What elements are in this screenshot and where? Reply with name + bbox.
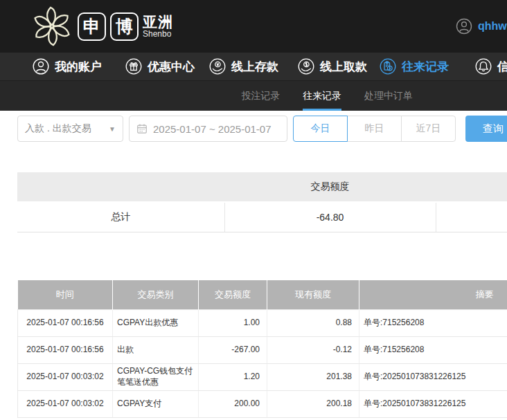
table-row: 2025-01-07 00:03:02 CGPAY-CG钱包支付笔笔送优惠 1.… bbox=[18, 364, 507, 391]
records-clipboard-icon bbox=[380, 58, 396, 75]
nav-label: 信息 bbox=[497, 59, 507, 75]
logo-flower-icon bbox=[30, 5, 73, 48]
deposit-coin-icon bbox=[209, 58, 226, 75]
chevron-down-icon: ▼ bbox=[109, 125, 116, 133]
cell-amount: 1.20 bbox=[199, 364, 267, 391]
logo-region-label: 亚洲 bbox=[143, 15, 173, 30]
col-balance: 现有额度 bbox=[267, 280, 359, 310]
records-table: 时间 交易类别 交易额度 现有额度 摘要 2025-01-07 00:16:56… bbox=[17, 280, 507, 418]
nav-item-my-account[interactable]: 我的账户 bbox=[33, 53, 102, 80]
summary-header-row: 交易额度 bbox=[17, 172, 507, 202]
logo-wordmark: 亚洲 Shenbo bbox=[143, 15, 173, 39]
yesterday-button[interactable]: 昨日 bbox=[347, 116, 402, 142]
today-button[interactable]: 今日 bbox=[293, 116, 348, 142]
gift-icon bbox=[125, 58, 142, 75]
logo-subtitle: Shenbo bbox=[143, 30, 173, 39]
cell-balance: 200.18 bbox=[267, 391, 359, 418]
cell-amount: 1.00 bbox=[199, 310, 267, 337]
transaction-type-value: 入款 . 出款交易 bbox=[25, 122, 91, 135]
transaction-records-page: 申 博 亚洲 Shenbo qhhw 我的账户 bbox=[0, 0, 507, 420]
cell-type: CGPAY-CG钱包支付笔笔送优惠 bbox=[113, 364, 199, 391]
records-header-row: 时间 交易类别 交易额度 现有额度 摘要 bbox=[18, 280, 507, 310]
logo[interactable]: 申 博 亚洲 Shenbo bbox=[30, 5, 173, 48]
user-avatar-icon bbox=[456, 18, 472, 35]
tab-processing-orders[interactable]: 处理中订单 bbox=[364, 81, 413, 111]
nav-item-withdraw[interactable]: 线上取款 bbox=[298, 53, 367, 80]
cell-balance: 0.88 bbox=[267, 310, 359, 337]
nav-label: 我的账户 bbox=[55, 59, 102, 75]
tab-label: 往来记录 bbox=[303, 90, 341, 102]
table-row: 2025-01-07 00:16:56 出款 -267.00 -0.12 单号:… bbox=[18, 337, 507, 364]
cell-time: 2025-01-07 00:03:02 bbox=[18, 391, 113, 418]
summary-total-label: 总计 bbox=[17, 202, 224, 232]
calendar-icon bbox=[136, 123, 148, 134]
col-time: 时间 bbox=[18, 280, 113, 310]
filter-row: 入款 . 出款交易 ▼ 2025-01-07 ~ 2025-01-07 今日 昨… bbox=[0, 116, 507, 142]
tab-label: 处理中订单 bbox=[364, 90, 413, 102]
nav-label: 线上取款 bbox=[320, 59, 367, 75]
col-type: 交易类别 bbox=[113, 280, 199, 310]
logo-char-bo: 博 bbox=[110, 12, 139, 41]
date-range-input[interactable]: 2025-01-07 ~ 2025-01-07 bbox=[129, 116, 287, 142]
user-icon bbox=[33, 58, 49, 75]
col-summary: 摘要 bbox=[359, 280, 507, 310]
cell-amount: 200.00 bbox=[199, 391, 267, 418]
summary-total-value: -64.80 bbox=[224, 202, 436, 232]
nav-item-promotions[interactable]: 优惠中心 bbox=[125, 53, 195, 80]
cell-summary: 单号:715256208 bbox=[359, 337, 507, 364]
date-range-value: 2025-01-07 ~ 2025-01-07 bbox=[153, 123, 272, 135]
search-button[interactable]: 查询 bbox=[465, 116, 507, 142]
cell-type: CGPAY出款优惠 bbox=[113, 310, 199, 337]
table-row: 2025-01-07 00:16:56 CGPAY出款优惠 1.00 0.88 … bbox=[18, 310, 507, 337]
cell-time: 2025-01-07 00:03:02 bbox=[18, 364, 113, 391]
nav-label: 线上存款 bbox=[231, 59, 278, 75]
cell-balance: -0.12 bbox=[267, 337, 359, 364]
last7days-button[interactable]: 近7日 bbox=[401, 116, 456, 142]
summary-header-empty bbox=[436, 172, 507, 202]
logo-char-shen: 申 bbox=[78, 12, 106, 41]
nav-item-records[interactable]: 往来记录 bbox=[380, 53, 449, 80]
transaction-type-select[interactable]: 入款 . 出款交易 ▼ bbox=[17, 116, 123, 142]
cell-balance: 201.38 bbox=[267, 364, 359, 391]
summary-empty-cell bbox=[436, 202, 507, 232]
nav-label: 往来记录 bbox=[402, 59, 449, 75]
summary-header-amount: 交易额度 bbox=[224, 172, 436, 202]
cell-time: 2025-01-07 00:16:56 bbox=[18, 337, 113, 364]
cell-amount: -267.00 bbox=[199, 337, 267, 364]
cell-summary: 单号:715256208 bbox=[359, 310, 507, 337]
nav-item-messages[interactable]: 信息 bbox=[475, 53, 507, 80]
summary-table: 交易额度 总计 -64.80 bbox=[17, 172, 507, 232]
tab-betting-records[interactable]: 投注记录 bbox=[241, 81, 281, 111]
cell-type: CGPAY支付 bbox=[113, 391, 199, 418]
cell-summary: 单号:202501073831226125 bbox=[359, 364, 507, 391]
table-row: 2025-01-07 00:03:02 CGPAY支付 200.00 200.1… bbox=[18, 391, 507, 418]
withdraw-coin-icon bbox=[298, 58, 314, 75]
tab-transaction-records[interactable]: 往来记录 bbox=[303, 81, 341, 111]
nav-label: 优惠中心 bbox=[148, 59, 195, 75]
quick-range-button-group: 今日 昨日 近7日 bbox=[293, 116, 456, 142]
summary-header-empty bbox=[17, 172, 224, 202]
top-header: 申 博 亚洲 Shenbo qhhw bbox=[0, 0, 507, 53]
sub-tab-bar: 投注记录 往来记录 处理中订单 bbox=[0, 80, 507, 111]
tab-label: 投注记录 bbox=[242, 90, 281, 102]
col-amount: 交易额度 bbox=[199, 280, 267, 310]
cell-type: 出款 bbox=[113, 337, 199, 364]
summary-total-row: 总计 -64.80 bbox=[17, 202, 507, 232]
user-account[interactable]: qhhw bbox=[456, 18, 507, 35]
nav-item-deposit[interactable]: 线上存款 bbox=[209, 53, 278, 80]
cell-time: 2025-01-07 00:16:56 bbox=[18, 310, 113, 337]
cell-summary: 单号:202501073831226125 bbox=[359, 391, 507, 418]
bell-icon bbox=[475, 58, 492, 75]
username: qhhw bbox=[478, 20, 507, 33]
active-tab-underline bbox=[303, 109, 341, 111]
main-nav: 我的账户 优惠中心 线上存款 bbox=[0, 53, 507, 80]
